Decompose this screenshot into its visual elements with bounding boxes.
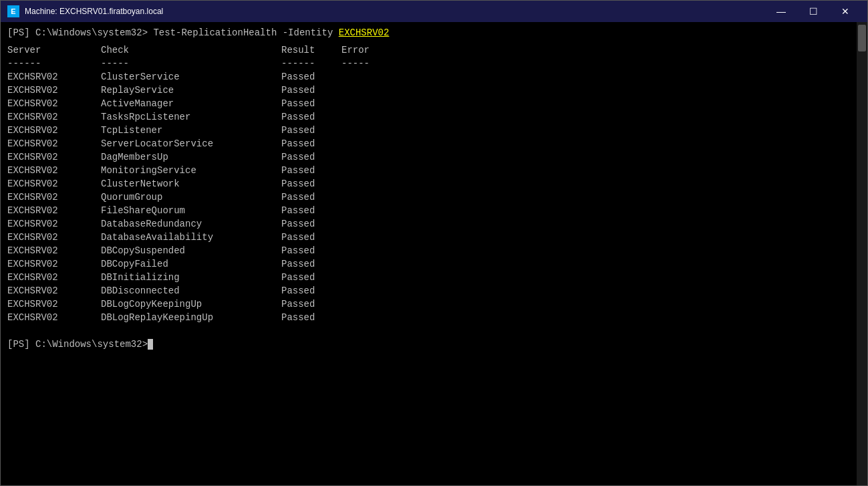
- cell-server: EXCHSRV02: [7, 311, 101, 324]
- scrollbar[interactable]: [857, 22, 867, 485]
- cell-server: EXCHSRV02: [7, 231, 101, 244]
- table-rows-container: EXCHSRV02 ClusterService Passed EXCHSRV0…: [7, 70, 861, 324]
- cell-server: EXCHSRV02: [7, 297, 101, 311]
- cell-server: EXCHSRV02: [7, 271, 101, 284]
- header-error: Error: [341, 43, 861, 57]
- cell-error: [341, 257, 861, 271]
- cell-error: [341, 84, 861, 97]
- cell-error: [341, 191, 861, 204]
- command-line: [PS] C:\Windows\system32> Test-Replicati…: [7, 26, 861, 39]
- table-row: EXCHSRV02 MonitoringService Passed: [7, 164, 861, 177]
- cell-check: QuorumGroup: [101, 191, 281, 204]
- close-button[interactable]: ✕: [830, 1, 861, 22]
- table-row: EXCHSRV02 DagMembersUp Passed: [7, 150, 861, 164]
- cell-error: [341, 97, 861, 110]
- cell-check: DBCopyFailed: [101, 257, 281, 271]
- table-row: EXCHSRV02 DatabaseAvailability Passed: [7, 231, 861, 244]
- prompt-line: [PS] C:\Windows\system32>: [7, 338, 861, 351]
- dash-result: ------: [281, 57, 341, 70]
- table-row: EXCHSRV02 ReplayService Passed: [7, 84, 861, 97]
- dash-error: -----: [341, 57, 861, 70]
- cell-error: [341, 204, 861, 217]
- cell-server: EXCHSRV02: [7, 84, 101, 97]
- cell-result: Passed: [281, 191, 341, 204]
- command-identity: EXCHSRV02: [339, 27, 390, 38]
- header-server: Server: [7, 43, 101, 57]
- cell-server: EXCHSRV02: [7, 204, 101, 217]
- cursor: [148, 339, 153, 350]
- cell-result: Passed: [281, 84, 341, 97]
- results-table: Server Check Result Error ------ ----- -…: [7, 43, 861, 324]
- table-header-row: Server Check Result Error: [7, 43, 861, 57]
- table-row: EXCHSRV02 DBInitializing Passed: [7, 271, 861, 284]
- cell-check: ActiveManager: [101, 97, 281, 110]
- cell-check: DBLogReplayKeepingUp: [101, 311, 281, 324]
- cell-result: Passed: [281, 70, 341, 84]
- title-bar: E Machine: EXCHSRV01.firatboyan.local — …: [1, 1, 867, 22]
- cell-error: [341, 311, 861, 324]
- cell-server: EXCHSRV02: [7, 70, 101, 84]
- cell-result: Passed: [281, 244, 341, 257]
- table-row: EXCHSRV02 ActiveManager Passed: [7, 97, 861, 110]
- minimize-button[interactable]: —: [766, 1, 797, 22]
- cell-result: Passed: [281, 137, 341, 150]
- dash-check: -----: [101, 57, 281, 70]
- command-flag-text: -Identity: [283, 27, 333, 38]
- cell-error: [341, 150, 861, 164]
- cell-server: EXCHSRV02: [7, 191, 101, 204]
- cell-server: EXCHSRV02: [7, 244, 101, 257]
- cell-check: DatabaseAvailability: [101, 231, 281, 244]
- cell-error: [341, 217, 861, 231]
- cell-result: Passed: [281, 311, 341, 324]
- cell-error: [341, 297, 861, 311]
- cell-error: [341, 271, 861, 284]
- cell-result: Passed: [281, 257, 341, 271]
- cell-result: Passed: [281, 97, 341, 110]
- terminal-window: E Machine: EXCHSRV01.firatboyan.local — …: [0, 0, 868, 486]
- cell-server: EXCHSRV02: [7, 97, 101, 110]
- cell-check: ClusterNetwork: [101, 177, 281, 191]
- cell-error: [341, 164, 861, 177]
- cell-check: DagMembersUp: [101, 150, 281, 164]
- table-row: EXCHSRV02 DBDisconnected Passed: [7, 284, 861, 297]
- table-row: EXCHSRV02 DBCopySuspended Passed: [7, 244, 861, 257]
- cell-error: [341, 284, 861, 297]
- cell-check: TasksRpcListener: [101, 110, 281, 124]
- cell-check: DBInitializing: [101, 271, 281, 284]
- table-row: EXCHSRV02 ServerLocatorService Passed: [7, 137, 861, 150]
- cell-check: ClusterService: [101, 70, 281, 84]
- cell-check: DBLogCopyKeepingUp: [101, 297, 281, 311]
- cell-result: Passed: [281, 177, 341, 191]
- cell-result: Passed: [281, 231, 341, 244]
- cell-server: EXCHSRV02: [7, 110, 101, 124]
- maximize-button[interactable]: ☐: [798, 1, 829, 22]
- table-row: EXCHSRV02 QuorumGroup Passed: [7, 191, 861, 204]
- window-icon: E: [7, 5, 19, 17]
- cell-error: [341, 137, 861, 150]
- cell-server: EXCHSRV02: [7, 284, 101, 297]
- cell-result: Passed: [281, 297, 341, 311]
- cell-result: Passed: [281, 110, 341, 124]
- cell-error: [341, 110, 861, 124]
- cell-check: DBCopySuspended: [101, 244, 281, 257]
- cell-result: Passed: [281, 217, 341, 231]
- scrollbar-thumb[interactable]: [858, 25, 866, 51]
- table-row: EXCHSRV02 DBLogReplayKeepingUp Passed: [7, 311, 861, 324]
- table-row: EXCHSRV02 TcpListener Passed: [7, 124, 861, 137]
- cell-server: EXCHSRV02: [7, 124, 101, 137]
- dash-server: ------: [7, 57, 101, 70]
- cell-check: FileShareQuorum: [101, 204, 281, 217]
- window-controls: — ☐ ✕: [766, 1, 861, 22]
- cell-check: MonitoringService: [101, 164, 281, 177]
- cell-result: Passed: [281, 271, 341, 284]
- cell-server: EXCHSRV02: [7, 137, 101, 150]
- cell-check: ServerLocatorService: [101, 137, 281, 150]
- cell-check: ReplayService: [101, 84, 281, 97]
- window-title: Machine: EXCHSRV01.firatboyan.local: [25, 7, 766, 16]
- prompt-text: [PS] C:\Windows\system32>: [7, 339, 148, 350]
- terminal-body[interactable]: [PS] C:\Windows\system32> Test-Replicati…: [1, 22, 867, 485]
- cell-check: DatabaseRedundancy: [101, 217, 281, 231]
- table-row: EXCHSRV02 FileShareQuorum Passed: [7, 204, 861, 217]
- cell-server: EXCHSRV02: [7, 177, 101, 191]
- cell-result: Passed: [281, 150, 341, 164]
